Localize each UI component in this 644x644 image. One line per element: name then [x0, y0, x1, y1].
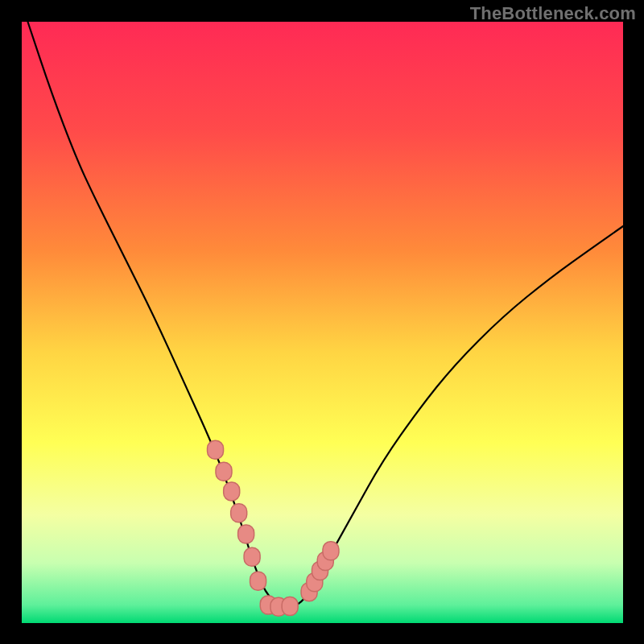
data-marker — [250, 572, 266, 590]
chart-svg — [22, 22, 623, 623]
data-marker — [282, 597, 298, 616]
chart-frame: TheBottleneck.com — [0, 0, 644, 644]
data-marker — [216, 462, 232, 481]
watermark-label: TheBottleneck.com — [470, 3, 636, 24]
bottleneck-curve — [27, 22, 623, 607]
data-marker — [238, 525, 254, 543]
data-marker — [323, 542, 339, 560]
data-marker — [224, 482, 240, 501]
data-marker — [244, 547, 260, 566]
data-marker — [231, 504, 247, 522]
data-marker — [208, 440, 224, 459]
